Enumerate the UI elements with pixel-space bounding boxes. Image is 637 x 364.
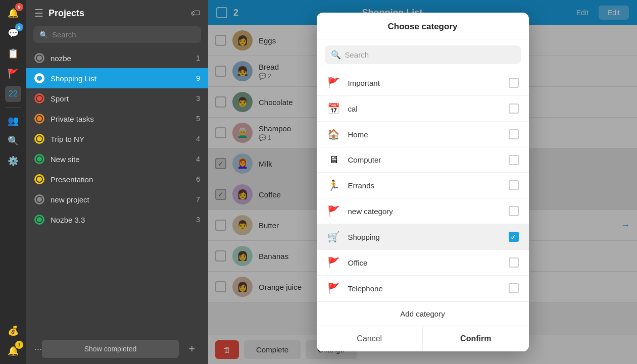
category-item-home[interactable]: 🏠 Home (317, 122, 529, 147)
project-name-shopping: Shopping List (51, 74, 190, 83)
category-item-new-category[interactable]: 🚩 new category (317, 198, 529, 224)
project-dot-newsite (34, 154, 44, 164)
sidebar-item-presentation[interactable]: Presentation 6 (26, 169, 208, 189)
category-checkbox-shopping[interactable]: ✓ (509, 232, 519, 242)
category-name-shopping: Shopping (348, 233, 502, 241)
category-name-new-category: new category (348, 207, 502, 216)
activity-calendar[interactable]: 22 (4, 85, 22, 103)
activity-bell-yellow[interactable]: 🔔 1 (4, 342, 22, 360)
category-item-shopping[interactable]: 🛒 Shopping ✓ (317, 224, 529, 250)
computer-icon: 🖥 (327, 154, 341, 166)
sidebar-item-nozbe33[interactable]: Nozbe 3.3 3 (26, 210, 208, 230)
telephone-icon: 🚩 (327, 282, 341, 294)
activity-team[interactable]: 👥 (4, 112, 22, 130)
project-count-nozbe33: 3 (196, 216, 200, 224)
category-checkbox-new-category[interactable] (509, 206, 519, 216)
project-count-shopping: 9 (196, 74, 200, 82)
projects-icon: ☰ (34, 7, 43, 19)
category-checkbox-important[interactable] (509, 78, 519, 88)
category-checkbox-office[interactable] (509, 257, 519, 268)
modal-search-box: 🔍 (325, 45, 521, 64)
activity-bar: 🔔 9 💬 2 📋 🚩 22 👥 🔍 ⚙️ 💰 🔔 1 (0, 0, 26, 364)
add-category-button[interactable]: Add category (317, 301, 529, 326)
modal-search-input[interactable] (345, 50, 515, 59)
show-completed-button[interactable]: Show completed (42, 340, 179, 358)
project-name-trip: Trip to NY (51, 135, 190, 143)
project-dot-private (34, 114, 44, 124)
add-project-button[interactable]: + (184, 341, 200, 357)
project-dot-presentation (34, 174, 44, 184)
category-name-cal: cal (348, 105, 502, 113)
activity-notifications[interactable]: 🔔 9 (4, 4, 22, 22)
project-count-nozbe: 1 (196, 54, 200, 62)
category-name-errands: Errands (348, 181, 502, 190)
search-box: 🔍 (33, 26, 201, 43)
modal-footer: Cancel Confirm (317, 326, 529, 351)
modal-header: Choose category (317, 13, 529, 39)
project-dot-trip (34, 134, 44, 144)
errands-icon: 🏃 (327, 179, 341, 191)
category-item-computer[interactable]: 🖥 Computer (317, 147, 529, 173)
sidebar-item-private[interactable]: Private tasks 5 (26, 109, 208, 129)
project-name-presentation: Presentation (51, 175, 190, 184)
project-dot-sport (34, 93, 44, 103)
category-item-errands[interactable]: 🏃 Errands (317, 173, 529, 198)
project-name-nozbe33: Nozbe 3.3 (51, 216, 190, 224)
sidebar-item-newsite[interactable]: New site 4 (26, 149, 208, 169)
project-name-newsite: New site (51, 155, 190, 164)
modal-title: Choose category (388, 22, 458, 31)
project-count-private: 5 (196, 115, 200, 123)
sidebar-header: ☰ Projects 🏷 (26, 0, 208, 26)
activity-billing[interactable]: 💰 (4, 322, 22, 340)
project-name-nozbe: nozbe (51, 54, 190, 63)
cancel-button[interactable]: Cancel (317, 326, 423, 351)
category-checkbox-telephone[interactable] (509, 283, 519, 293)
shopping-icon: 🛒 (327, 231, 341, 243)
dots-menu[interactable]: ··· (34, 344, 42, 354)
project-dot-nozbe33 (34, 215, 44, 225)
project-dot-newproject (34, 194, 44, 204)
category-item-telephone[interactable]: 🚩 Telephone (317, 276, 529, 301)
office-icon: 🚩 (327, 256, 341, 269)
modal-overlay: Choose category 🔍 🚩 Important 📅 cal (208, 0, 637, 364)
sidebar-item-shopping-list[interactable]: Shopping List 9 (26, 68, 208, 88)
sidebar-item-trip[interactable]: Trip to NY 4 (26, 129, 208, 149)
project-name-sport: Sport (51, 94, 190, 103)
category-name-office: Office (348, 258, 502, 267)
sidebar-item-sport[interactable]: Sport 3 (26, 88, 208, 109)
activity-search[interactable]: 🔍 (4, 132, 22, 150)
category-checkbox-home[interactable] (509, 129, 519, 139)
category-list: 🚩 Important 📅 cal 🏠 Home (317, 70, 529, 301)
tag-icon[interactable]: 🏷 (191, 8, 200, 19)
project-count-sport: 3 (196, 94, 200, 102)
main-content: 2 Shopping List Edit Edit 👩 Eggs 👧 Bread… (208, 0, 637, 364)
new-category-icon: 🚩 (327, 205, 341, 217)
confirm-button[interactable]: Confirm (423, 326, 529, 351)
category-checkbox-errands[interactable] (509, 180, 519, 190)
project-count-newproject: 7 (196, 195, 200, 203)
category-name-important: Important (348, 79, 502, 87)
activity-projects[interactable]: 📋 (4, 44, 22, 63)
project-count-trip: 4 (196, 135, 200, 143)
category-name-computer: Computer (348, 155, 502, 164)
search-input[interactable] (52, 30, 195, 39)
important-icon: 🚩 (327, 77, 341, 89)
activity-messages[interactable]: 💬 2 (4, 24, 22, 42)
category-checkbox-computer[interactable] (509, 155, 519, 165)
cal-icon: 📅 (327, 102, 341, 115)
category-item-cal[interactable]: 📅 cal (317, 96, 529, 122)
sidebar-item-newproject[interactable]: new project 7 (26, 189, 208, 210)
project-name-newproject: new project (51, 195, 190, 204)
category-checkbox-cal[interactable] (509, 103, 519, 114)
activity-settings[interactable]: ⚙️ (4, 152, 22, 170)
sidebar-item-nozbe[interactable]: nozbe 1 (26, 48, 208, 68)
project-list: nozbe 1 Shopping List 9 Sport 3 Private … (26, 48, 208, 334)
category-item-important[interactable]: 🚩 Important (317, 70, 529, 96)
activity-flags[interactable]: 🚩 (4, 65, 22, 83)
category-item-office[interactable]: 🚩 Office (317, 250, 529, 276)
choose-category-modal: Choose category 🔍 🚩 Important 📅 cal (317, 13, 529, 351)
project-count-presentation: 6 (196, 175, 200, 183)
project-dot-shopping (34, 73, 44, 83)
modal-search-icon: 🔍 (331, 50, 341, 60)
project-count-newsite: 4 (196, 155, 200, 163)
